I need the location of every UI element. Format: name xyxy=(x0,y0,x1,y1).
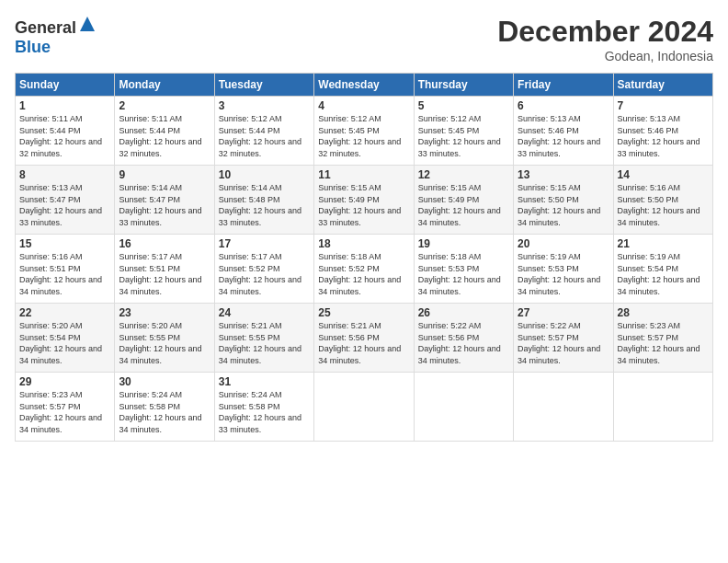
calendar-cell: 16Sunrise: 5:17 AMSunset: 5:51 PMDayligh… xyxy=(115,235,214,304)
weekday-header-saturday: Saturday xyxy=(613,74,712,97)
day-info: Sunrise: 5:14 AMSunset: 5:48 PMDaylight:… xyxy=(219,182,310,228)
calendar-cell: 28Sunrise: 5:23 AMSunset: 5:57 PMDayligh… xyxy=(613,304,712,373)
day-info: Sunrise: 5:16 AMSunset: 5:51 PMDaylight:… xyxy=(19,251,110,297)
day-info: Sunrise: 5:11 AMSunset: 5:44 PMDaylight:… xyxy=(119,113,210,159)
calendar-cell: 24Sunrise: 5:21 AMSunset: 5:55 PMDayligh… xyxy=(214,304,313,373)
day-number: 11 xyxy=(318,168,409,181)
calendar-cell xyxy=(314,373,414,442)
day-info: Sunrise: 5:24 AMSunset: 5:58 PMDaylight:… xyxy=(219,389,310,435)
day-info: Sunrise: 5:13 AMSunset: 5:46 PMDaylight:… xyxy=(518,113,609,159)
day-info: Sunrise: 5:13 AMSunset: 5:47 PMDaylight:… xyxy=(19,182,110,228)
calendar-cell: 20Sunrise: 5:19 AMSunset: 5:53 PMDayligh… xyxy=(514,235,613,304)
day-info: Sunrise: 5:22 AMSunset: 5:56 PMDaylight:… xyxy=(418,320,509,366)
day-info: Sunrise: 5:12 AMSunset: 5:44 PMDaylight:… xyxy=(219,113,310,159)
day-number: 31 xyxy=(219,375,310,388)
calendar-cell: 29Sunrise: 5:23 AMSunset: 5:57 PMDayligh… xyxy=(16,373,115,442)
day-info: Sunrise: 5:18 AMSunset: 5:52 PMDaylight:… xyxy=(318,251,409,297)
header: General Blue December 2024 Godean, Indon… xyxy=(15,15,713,63)
day-number: 21 xyxy=(618,237,709,250)
day-info: Sunrise: 5:21 AMSunset: 5:55 PMDaylight:… xyxy=(219,320,310,366)
calendar-cell: 14Sunrise: 5:16 AMSunset: 5:50 PMDayligh… xyxy=(613,166,712,235)
calendar-cell: 21Sunrise: 5:19 AMSunset: 5:54 PMDayligh… xyxy=(613,235,712,304)
day-number: 20 xyxy=(518,237,609,250)
calendar-cell: 18Sunrise: 5:18 AMSunset: 5:52 PMDayligh… xyxy=(314,235,414,304)
day-number: 9 xyxy=(119,168,210,181)
day-info: Sunrise: 5:19 AMSunset: 5:53 PMDaylight:… xyxy=(518,251,609,297)
day-info: Sunrise: 5:20 AMSunset: 5:55 PMDaylight:… xyxy=(119,320,210,366)
day-number: 13 xyxy=(518,168,609,181)
day-number: 15 xyxy=(19,237,110,250)
calendar-cell: 13Sunrise: 5:15 AMSunset: 5:50 PMDayligh… xyxy=(514,166,613,235)
calendar-cell: 23Sunrise: 5:20 AMSunset: 5:55 PMDayligh… xyxy=(115,304,214,373)
calendar-cell: 1Sunrise: 5:11 AMSunset: 5:44 PMDaylight… xyxy=(16,97,115,166)
day-number: 5 xyxy=(418,99,509,112)
day-info: Sunrise: 5:15 AMSunset: 5:49 PMDaylight:… xyxy=(318,182,409,228)
day-info: Sunrise: 5:11 AMSunset: 5:44 PMDaylight:… xyxy=(19,113,110,159)
day-info: Sunrise: 5:24 AMSunset: 5:58 PMDaylight:… xyxy=(119,389,210,435)
calendar-cell: 15Sunrise: 5:16 AMSunset: 5:51 PMDayligh… xyxy=(16,235,115,304)
day-number: 27 xyxy=(518,306,609,319)
calendar-cell: 25Sunrise: 5:21 AMSunset: 5:56 PMDayligh… xyxy=(314,304,414,373)
location-title: Godean, Indonesia xyxy=(497,49,713,63)
calendar-cell: 8Sunrise: 5:13 AMSunset: 5:47 PMDaylight… xyxy=(16,166,115,235)
day-number: 2 xyxy=(119,99,210,112)
day-number: 24 xyxy=(219,306,310,319)
calendar-cell: 26Sunrise: 5:22 AMSunset: 5:56 PMDayligh… xyxy=(414,304,513,373)
calendar-cell: 22Sunrise: 5:20 AMSunset: 5:54 PMDayligh… xyxy=(16,304,115,373)
day-number: 26 xyxy=(418,306,509,319)
logo-blue: Blue xyxy=(15,38,51,56)
day-number: 22 xyxy=(19,306,110,319)
day-number: 29 xyxy=(19,375,110,388)
day-number: 28 xyxy=(618,306,709,319)
day-info: Sunrise: 5:21 AMSunset: 5:56 PMDaylight:… xyxy=(318,320,409,366)
day-number: 4 xyxy=(318,99,409,112)
day-number: 7 xyxy=(618,99,709,112)
calendar-cell: 5Sunrise: 5:12 AMSunset: 5:45 PMDaylight… xyxy=(414,97,513,166)
day-info: Sunrise: 5:23 AMSunset: 5:57 PMDaylight:… xyxy=(618,320,709,366)
weekday-header-tuesday: Tuesday xyxy=(214,74,313,97)
day-info: Sunrise: 5:17 AMSunset: 5:52 PMDaylight:… xyxy=(219,251,310,297)
day-number: 30 xyxy=(119,375,210,388)
calendar-cell xyxy=(613,373,712,442)
calendar-cell: 3Sunrise: 5:12 AMSunset: 5:44 PMDaylight… xyxy=(214,97,313,166)
day-info: Sunrise: 5:19 AMSunset: 5:54 PMDaylight:… xyxy=(618,251,709,297)
weekday-header-sunday: Sunday xyxy=(16,74,115,97)
day-info: Sunrise: 5:23 AMSunset: 5:57 PMDaylight:… xyxy=(19,389,110,435)
day-info: Sunrise: 5:16 AMSunset: 5:50 PMDaylight:… xyxy=(618,182,709,228)
day-info: Sunrise: 5:12 AMSunset: 5:45 PMDaylight:… xyxy=(418,113,509,159)
logo-general: General xyxy=(15,18,76,37)
day-number: 12 xyxy=(418,168,509,181)
day-info: Sunrise: 5:20 AMSunset: 5:54 PMDaylight:… xyxy=(19,320,110,366)
calendar-cell: 17Sunrise: 5:17 AMSunset: 5:52 PMDayligh… xyxy=(214,235,313,304)
calendar-cell: 30Sunrise: 5:24 AMSunset: 5:58 PMDayligh… xyxy=(115,373,214,442)
day-info: Sunrise: 5:22 AMSunset: 5:57 PMDaylight:… xyxy=(518,320,609,366)
day-info: Sunrise: 5:15 AMSunset: 5:49 PMDaylight:… xyxy=(418,182,509,228)
title-area: December 2024 Godean, Indonesia xyxy=(497,15,713,63)
svg-marker-0 xyxy=(80,17,95,31)
day-info: Sunrise: 5:13 AMSunset: 5:46 PMDaylight:… xyxy=(618,113,709,159)
calendar-cell: 19Sunrise: 5:18 AMSunset: 5:53 PMDayligh… xyxy=(414,235,513,304)
day-number: 14 xyxy=(618,168,709,181)
weekday-header-friday: Friday xyxy=(514,74,613,97)
day-info: Sunrise: 5:12 AMSunset: 5:45 PMDaylight:… xyxy=(318,113,409,159)
logo-text: General Blue xyxy=(15,15,97,57)
day-number: 3 xyxy=(219,99,310,112)
day-info: Sunrise: 5:15 AMSunset: 5:50 PMDaylight:… xyxy=(518,182,609,228)
calendar-cell: 2Sunrise: 5:11 AMSunset: 5:44 PMDaylight… xyxy=(115,97,214,166)
calendar-cell: 11Sunrise: 5:15 AMSunset: 5:49 PMDayligh… xyxy=(314,166,414,235)
day-number: 16 xyxy=(119,237,210,250)
calendar-cell xyxy=(414,373,513,442)
day-number: 18 xyxy=(318,237,409,250)
day-info: Sunrise: 5:14 AMSunset: 5:47 PMDaylight:… xyxy=(119,182,210,228)
day-number: 23 xyxy=(119,306,210,319)
day-number: 6 xyxy=(518,99,609,112)
day-number: 25 xyxy=(318,306,409,319)
logo-icon xyxy=(78,15,97,33)
weekday-header-thursday: Thursday xyxy=(414,74,513,97)
day-number: 1 xyxy=(19,99,110,112)
month-title: December 2024 xyxy=(497,15,713,49)
day-number: 10 xyxy=(219,168,310,181)
calendar-cell: 10Sunrise: 5:14 AMSunset: 5:48 PMDayligh… xyxy=(214,166,313,235)
day-info: Sunrise: 5:18 AMSunset: 5:53 PMDaylight:… xyxy=(418,251,509,297)
day-number: 19 xyxy=(418,237,509,250)
